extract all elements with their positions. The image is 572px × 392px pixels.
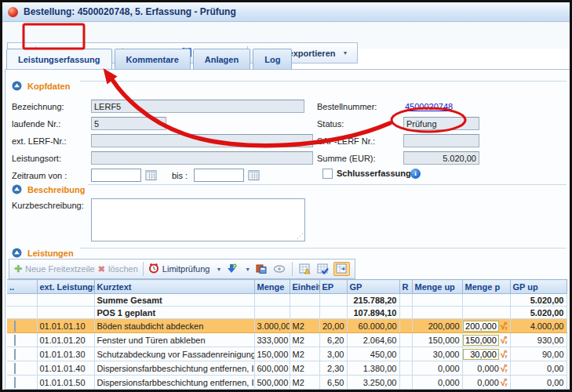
menge-p-input[interactable] xyxy=(463,349,499,360)
table-row-partial: √xy xyxy=(7,390,567,390)
cell-menge-up xyxy=(412,390,462,390)
table-row[interactable]: 01.01.01.30 Schutzabdeckung vor Fassaden… xyxy=(7,347,567,361)
laufende-nr-field[interactable] xyxy=(91,117,166,130)
status-field[interactable] xyxy=(403,117,479,130)
cell-kurztext xyxy=(94,390,254,390)
section-divider xyxy=(80,81,567,82)
row-checkbox[interactable] xyxy=(14,349,16,360)
collapse-arrow-icon[interactable] xyxy=(12,184,22,196)
col-menge-up[interactable]: Menge up xyxy=(412,280,462,294)
grid-warning-button[interactable] xyxy=(297,263,312,275)
summe-label: Summe (EUR): xyxy=(317,154,376,163)
table-row[interactable]: 01.01.01.50 Dispersionsfarbbeschichtung … xyxy=(7,376,567,390)
cell-kurztext: Dispersionsfarbbeschichtung entfernen, I xyxy=(94,361,254,376)
bestellnummer-link[interactable]: 4500020748 xyxy=(405,102,453,111)
row-checkbox[interactable] xyxy=(14,363,16,374)
bezeichnung-field[interactable] xyxy=(91,100,304,113)
calendar-icon[interactable] xyxy=(248,169,260,181)
sap-lerf-nr-field[interactable] xyxy=(403,134,479,147)
grid-expand-button[interactable] xyxy=(333,262,350,276)
zeitraum-von-field[interactable] xyxy=(91,169,141,182)
sap-lerf-nr-label: SAP-LERF Nr.: xyxy=(317,136,375,146)
table-row[interactable]: 01.01.01.20 Fenster und Türen abkleben 3… xyxy=(7,333,567,347)
col-menge-p[interactable]: Menge p xyxy=(462,280,510,294)
cell-einheit: M2 xyxy=(290,347,319,361)
leistungsort-label: Leistungsort: xyxy=(12,154,61,163)
section-divider xyxy=(88,184,567,185)
bezeichnung-label: Bezeichnung: xyxy=(12,102,64,111)
table-row[interactable]: 01.01.01.10 Böden staubdicht abdecken 3.… xyxy=(7,319,567,333)
col-menge[interactable]: Menge xyxy=(254,280,290,294)
menge-p-input[interactable] xyxy=(463,335,499,346)
col-gp[interactable]: GP xyxy=(347,280,399,294)
aufmass-sqrt-icon[interactable]: √xy xyxy=(501,336,508,345)
cell-einheit: M2 xyxy=(290,319,319,333)
cell-menge-p: √xy xyxy=(462,390,510,390)
aufmass-sqrt-icon[interactable]: √xy xyxy=(501,364,508,373)
row-checkbox[interactable] xyxy=(14,321,16,332)
summe-field[interactable] xyxy=(403,151,479,165)
col-kurztext[interactable]: Kurztext xyxy=(94,280,254,294)
cell-gp: 60.000,00 xyxy=(347,319,399,333)
cell-gp-up: 5.020,00 xyxy=(510,307,567,319)
calendar-icon[interactable] xyxy=(145,169,157,181)
collapse-arrow-icon[interactable] xyxy=(12,81,22,93)
tab-kommentare[interactable]: Kommentare xyxy=(115,49,191,69)
col-r[interactable]: R xyxy=(399,280,412,294)
menge-p-input[interactable] xyxy=(463,321,499,332)
bis-field[interactable] xyxy=(194,169,244,182)
aufmass-sqrt-icon[interactable]: √xy xyxy=(501,350,508,359)
aufmass-sqrt-icon[interactable]: √xy xyxy=(501,321,508,331)
section-divider xyxy=(80,248,567,249)
tab-anlagen[interactable]: Anlagen xyxy=(193,49,250,69)
window-title: Bestellung: 4500020748, 5. Erfassung - P… xyxy=(24,6,236,17)
cell-gp-up: 0,00 xyxy=(510,376,567,390)
cell-menge: 600,000 xyxy=(254,361,290,376)
cell-select xyxy=(7,361,37,376)
table-row[interactable]: 01.01.01.40 Dispersionsfarbbeschichtung … xyxy=(7,361,567,376)
cell-menge-up xyxy=(412,294,462,307)
collapse-arrow-icon[interactable] xyxy=(12,248,22,260)
row-checkbox[interactable] xyxy=(14,335,16,346)
tab-label: Log xyxy=(264,55,280,64)
cell-gp: 2.064,60 xyxy=(347,333,399,347)
cell-select xyxy=(7,347,37,361)
col-ep[interactable]: EP xyxy=(319,280,347,294)
preview-eye-button[interactable] xyxy=(271,263,287,274)
leistungsort-field[interactable] xyxy=(91,151,313,165)
grid-check-button[interactable] xyxy=(315,263,330,275)
col-einheit[interactable]: Einheit xyxy=(290,280,319,294)
resize-grip-icon[interactable]: ⋰ xyxy=(297,233,303,240)
import-button[interactable] xyxy=(224,263,239,275)
cell-menge-up: 200,000 xyxy=(412,319,462,333)
tab-log[interactable]: Log xyxy=(253,49,292,69)
neue-freitextzeile-label: Neue Freitextzeile xyxy=(25,264,95,274)
ext-lerf-nr-field[interactable] xyxy=(91,134,313,147)
col-gp-up[interactable]: GP up xyxy=(510,280,567,294)
tab-leistungserfassung[interactable]: Leistungserfassung xyxy=(6,49,112,70)
leistungen-section-header: Leistungen xyxy=(12,248,74,259)
cell-nr: 01.01.01.30 xyxy=(37,347,94,361)
col-ext-leistungsnr[interactable]: ext. Leistungsnr xyxy=(37,280,94,294)
row-checkbox[interactable] xyxy=(14,377,16,388)
tab-label: Leistungserfassung xyxy=(18,55,100,64)
cell-einheit xyxy=(290,294,319,307)
kurzbeschreibung-textarea[interactable] xyxy=(91,198,305,241)
copy-button[interactable] xyxy=(253,263,268,275)
cell-r xyxy=(399,347,412,361)
cell-select xyxy=(7,294,37,307)
loeschen-button[interactable]: ✖ löschen xyxy=(98,264,138,274)
schlusserfassung-checkbox[interactable] xyxy=(322,169,333,179)
aufmass-sqrt-icon[interactable]: √xy xyxy=(501,378,508,387)
cell-ep: 2,30 xyxy=(319,361,347,376)
limitpruefung-button[interactable]: Limitprüfung ▼ xyxy=(148,263,221,275)
laufende-nr-label: laufende Nr.: xyxy=(12,119,60,129)
cell-kurztext: Summe Gesamt xyxy=(94,294,254,307)
zeitraum-von-label: Zeitraum von : xyxy=(12,171,67,180)
menge-p-value: 0,000 xyxy=(477,364,499,373)
cell-menge-p: 0,000√xy xyxy=(462,361,510,376)
cell-menge xyxy=(254,294,290,307)
neue-freitextzeile-button[interactable]: ✚ Neue Freitextzeile xyxy=(14,263,95,274)
info-icon[interactable]: i xyxy=(410,169,421,179)
col-select[interactable]: .. xyxy=(7,280,37,294)
